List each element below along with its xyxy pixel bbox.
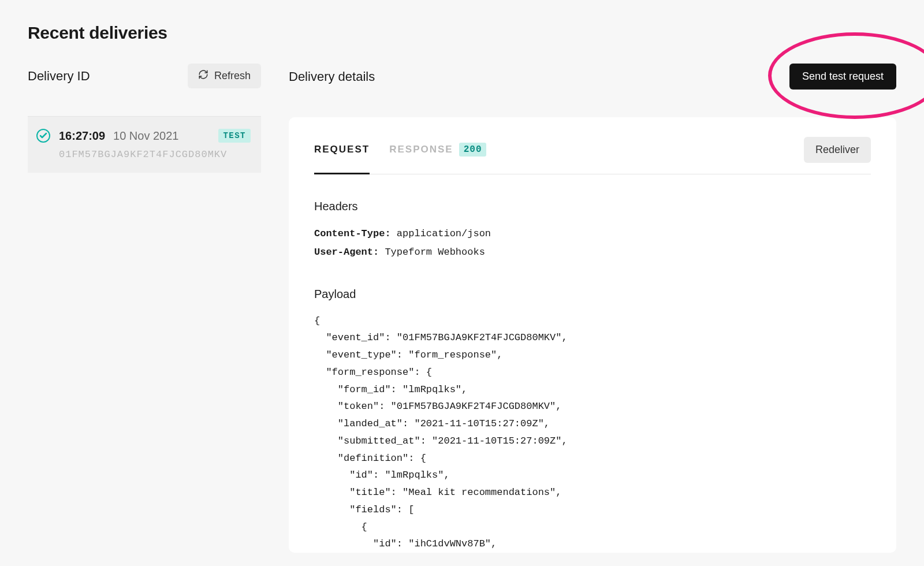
delivery-item[interactable]: 16:27:09 10 Nov 2021 TEST 01FM57BGJA9KF2… <box>28 117 261 173</box>
response-status-badge: 200 <box>459 143 487 157</box>
delivery-details-panel: Delivery details Send test request REQUE… <box>289 64 896 553</box>
header-value: application/json <box>397 228 491 239</box>
refresh-label: Refresh <box>214 70 251 82</box>
send-test-request-button[interactable]: Send test request <box>789 64 896 90</box>
delivery-details-heading: Delivery details <box>289 69 375 84</box>
details-card: REQUEST RESPONSE 200 Redeliver Headers C… <box>289 117 896 553</box>
headers-block: Content-Type: application/json User-Agen… <box>314 225 871 262</box>
header-key: Content-Type: <box>314 228 391 239</box>
tab-request[interactable]: REQUEST <box>314 143 370 174</box>
tab-response-label: RESPONSE <box>389 144 453 155</box>
test-badge: TEST <box>218 129 251 143</box>
delivery-time: 16:27:09 <box>59 129 105 143</box>
header-value: Typeform Webhooks <box>385 247 485 258</box>
payload-body: { "event_id": "01FM57BGJA9KF2T4FJCGD80MK… <box>314 312 871 553</box>
tab-response[interactable]: RESPONSE 200 <box>389 143 486 174</box>
refresh-icon <box>198 69 208 83</box>
delivery-list: 16:27:09 10 Nov 2021 TEST 01FM57BGJA9KF2… <box>28 116 261 173</box>
header-key: User-Agent: <box>314 247 379 258</box>
delivery-id-value: 01FM57BGJA9KF2T4FJCGD80MKV <box>59 149 251 160</box>
redeliver-button[interactable]: Redeliver <box>804 137 871 163</box>
delivery-list-panel: Delivery ID Refresh <box>28 64 261 173</box>
delivery-id-heading: Delivery ID <box>28 69 90 84</box>
payload-title: Payload <box>314 288 871 301</box>
tab-request-label: REQUEST <box>314 144 370 155</box>
headers-title: Headers <box>314 200 871 213</box>
delivery-date: 10 Nov 2021 <box>113 129 178 143</box>
check-circle-icon <box>36 128 51 143</box>
refresh-button[interactable]: Refresh <box>188 64 261 88</box>
page-title: Recent deliveries <box>28 23 896 43</box>
